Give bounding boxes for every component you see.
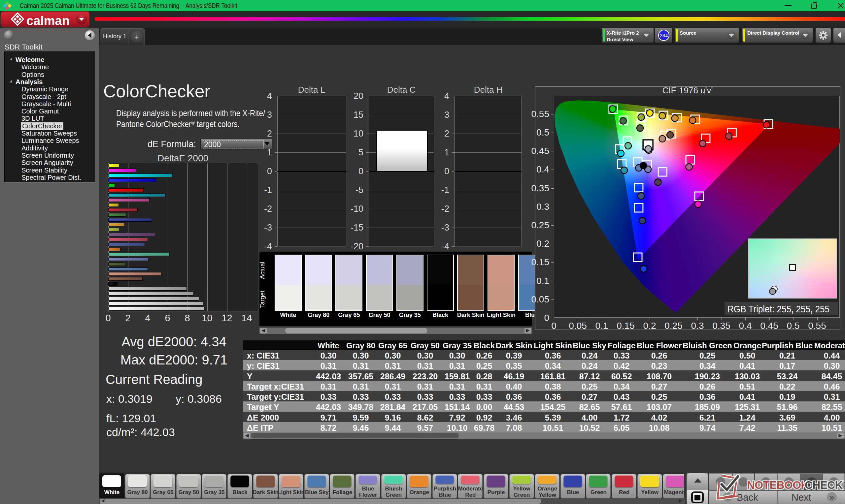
svg-text:NOTEBOOK: NOTEBOOK: [747, 479, 809, 491]
svg-text:CHECK: CHECK: [805, 479, 843, 491]
